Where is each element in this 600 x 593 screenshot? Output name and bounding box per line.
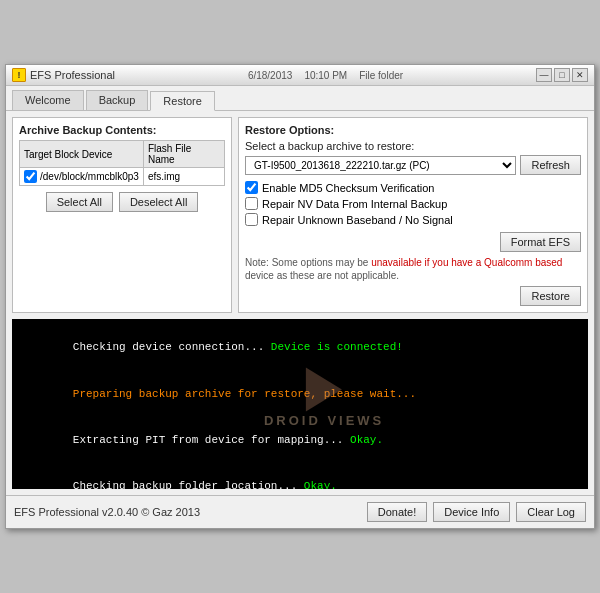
footer: EFS Professional v2.0.40 © Gaz 2013 Dona…	[6, 495, 594, 528]
device-cell: /dev/block/mmcblk0p3	[20, 168, 144, 186]
title-bar-left: ! EFS Professional	[12, 68, 115, 82]
device-checkbox[interactable]	[24, 170, 37, 183]
nv-repair-checkbox[interactable]	[245, 197, 258, 210]
select-archive-label: Select a backup archive to restore:	[245, 140, 581, 152]
baseband-label: Repair Unknown Baseband / No Signal	[262, 214, 453, 226]
note-text: Note: Some options may be unavailable if…	[245, 256, 581, 282]
restore-options-title: Restore Options:	[245, 124, 581, 136]
restore-button[interactable]: Restore	[520, 286, 581, 306]
refresh-button[interactable]: Refresh	[520, 155, 581, 175]
dropdown-row: GT-I9500_2013618_222210.tar.gz (PC) Refr…	[245, 155, 581, 175]
console-text-2: Preparing backup archive for restore, pl…	[73, 388, 416, 400]
file-type: File folder	[359, 70, 403, 81]
clear-log-button[interactable]: Clear Log	[516, 502, 586, 522]
close-button[interactable]: ✕	[572, 68, 588, 82]
archive-btn-row: Select All Deselect All	[19, 192, 225, 212]
archive-dropdown[interactable]: GT-I9500_2013618_222210.tar.gz (PC)	[245, 156, 516, 175]
title-bar-buttons: — □ ✕	[536, 68, 588, 82]
main-window: ! EFS Professional 6/18/2013 10:10 PM Fi…	[5, 64, 595, 529]
table-row: /dev/block/mmcblk0p3 efs.img	[20, 168, 225, 186]
title-bar-info: 6/18/2013 10:10 PM File folder	[248, 70, 403, 81]
col-target-device: Target Block Device	[20, 141, 144, 168]
md5-checkbox[interactable]	[245, 181, 258, 194]
flash-file-cell: efs.img	[143, 168, 224, 186]
tab-welcome[interactable]: Welcome	[12, 90, 84, 110]
file-time: 10:10 PM	[304, 70, 347, 81]
console-text-1: Checking device connection...	[73, 341, 271, 353]
unavailable-text: unavailable if you have a Qualcomm based	[371, 257, 562, 268]
console-line-4: Checking backup folder location... Okay.	[20, 464, 580, 489]
baseband-checkbox[interactable]	[245, 213, 258, 226]
warning-icon: !	[12, 68, 26, 82]
minimize-button[interactable]: —	[536, 68, 552, 82]
window-title: EFS Professional	[30, 69, 115, 81]
console-line-2: Preparing backup archive for restore, pl…	[20, 371, 580, 417]
title-bar: ! EFS Professional 6/18/2013 10:10 PM Fi…	[6, 65, 594, 86]
deselect-all-button[interactable]: Deselect All	[119, 192, 198, 212]
format-efs-button[interactable]: Format EFS	[500, 232, 581, 252]
nv-repair-label: Repair NV Data From Internal Backup	[262, 198, 447, 210]
footer-buttons: Donate! Device Info Clear Log	[367, 502, 586, 522]
tab-backup[interactable]: Backup	[86, 90, 149, 110]
flash-file-name: efs.img	[148, 171, 180, 182]
console-status-4: Okay.	[304, 480, 337, 489]
select-all-button[interactable]: Select All	[46, 192, 113, 212]
file-date: 6/18/2013	[248, 70, 293, 81]
device-path: /dev/block/mmcblk0p3	[40, 171, 139, 182]
format-btn-row: Format EFS	[245, 232, 581, 252]
right-panel: Restore Options: Select a backup archive…	[238, 117, 588, 313]
col-flash-file: Flash File Name	[143, 141, 224, 168]
tab-bar: Welcome Backup Restore	[6, 86, 594, 111]
baseband-checkbox-row: Repair Unknown Baseband / No Signal	[245, 213, 581, 226]
maximize-button[interactable]: □	[554, 68, 570, 82]
nv-repair-checkbox-row: Repair NV Data From Internal Backup	[245, 197, 581, 210]
console-wrapper: Checking device connection... Device is …	[6, 319, 594, 489]
restore-btn-row: Restore	[245, 286, 581, 306]
md5-label: Enable MD5 Checksum Verification	[262, 182, 434, 194]
donate-button[interactable]: Donate!	[367, 502, 428, 522]
main-content: Archive Backup Contents: Target Block De…	[6, 111, 594, 319]
console-area: Checking device connection... Device is …	[12, 319, 588, 489]
console-status-1: Device is connected!	[271, 341, 403, 353]
version-text: EFS Professional v2.0.40 © Gaz 2013	[14, 506, 200, 518]
device-info-button[interactable]: Device Info	[433, 502, 510, 522]
console-line-1: Checking device connection... Device is …	[20, 325, 580, 371]
console-status-3: Okay.	[350, 434, 383, 446]
console-text-4: Checking backup folder location...	[73, 480, 304, 489]
archive-table: Target Block Device Flash File Name /dev…	[19, 140, 225, 186]
archive-backup-title: Archive Backup Contents:	[19, 124, 225, 136]
md5-checkbox-row: Enable MD5 Checksum Verification	[245, 181, 581, 194]
tab-restore[interactable]: Restore	[150, 91, 215, 111]
left-panel: Archive Backup Contents: Target Block De…	[12, 117, 232, 313]
console-line-3: Extracting PIT from device for mapping..…	[20, 417, 580, 463]
console-text-3: Extracting PIT from device for mapping..…	[73, 434, 350, 446]
